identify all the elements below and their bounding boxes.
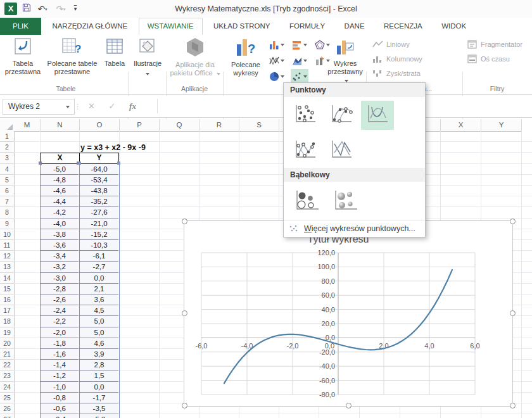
sparkline-winloss-button[interactable]: Zysk/strata: [372, 66, 421, 80]
column-header-X[interactable]: X: [441, 119, 481, 132]
cell-y-10[interactable]: -15,2: [80, 229, 118, 240]
cell-y-19[interactable]: 5,0: [80, 327, 118, 338]
cell-y-26[interactable]: -3,5: [80, 403, 118, 414]
row-header-4[interactable]: 4: [0, 164, 15, 175]
cell-x-16[interactable]: -2,6: [41, 294, 79, 305]
cell-y-25[interactable]: -1,7: [80, 393, 118, 403]
chart-selection-handle[interactable]: [182, 218, 187, 224]
tab-dane[interactable]: DANE: [336, 18, 373, 35]
cell-y-12[interactable]: -6,1: [80, 251, 118, 262]
insert-function-icon[interactable]: fx: [129, 101, 136, 111]
tab-widok[interactable]: WIDOK: [433, 18, 474, 35]
cell-y-21[interactable]: 3,9: [80, 349, 118, 360]
cell-y-24[interactable]: 0,0: [80, 382, 118, 393]
cell-y-8[interactable]: -27,6: [80, 207, 118, 218]
cell-x-25[interactable]: -0,8: [41, 393, 79, 403]
cell-x-18[interactable]: -2,2: [41, 316, 79, 327]
cell-y-14[interactable]: 0,0: [80, 273, 118, 284]
cell-y-15[interactable]: 2,1: [80, 284, 118, 294]
cell-x-17[interactable]: -2,4: [41, 305, 79, 316]
name-box[interactable]: Wykres 2: [3, 99, 75, 115]
row-header-20[interactable]: 20: [0, 338, 15, 349]
column-header-P[interactable]: P: [120, 119, 160, 132]
cell-y-6[interactable]: -43,8: [80, 186, 118, 196]
cell-x-27[interactable]: -0,4: [41, 414, 79, 418]
column-chart-button[interactable]: [268, 37, 286, 53]
cell-y-16[interactable]: 3,6: [80, 294, 118, 305]
cell-y-4[interactable]: -64,0: [80, 164, 118, 175]
office-apps-button[interactable]: Aplikacje dla pakietu Office: [170, 37, 220, 77]
column-header-O[interactable]: O: [80, 119, 120, 132]
chart-selection-handle[interactable]: [182, 310, 187, 316]
row-header-3[interactable]: 3: [0, 153, 15, 163]
cell-x-4[interactable]: -5,0: [41, 164, 79, 175]
sparkline-line-button[interactable]: Liniowy: [372, 37, 410, 51]
cell-x-22[interactable]: -1,4: [41, 360, 79, 370]
row-header-2[interactable]: 2: [0, 142, 15, 153]
row-header-7[interactable]: 7: [0, 196, 15, 207]
tab-narzedzia-glowne[interactable]: NARZĘDZIA GŁÓWNE: [44, 18, 136, 35]
cell-x-21[interactable]: -1,6: [41, 349, 79, 360]
recommended-charts-button[interactable]: ? Polecane wykresy: [225, 37, 266, 77]
bar-chart-button[interactable]: [291, 37, 308, 53]
cell-x-11[interactable]: -3,6: [41, 240, 79, 251]
row-header-26[interactable]: 26: [0, 403, 15, 414]
column-header-N[interactable]: N: [41, 119, 80, 132]
column-header-S[interactable]: S: [239, 119, 279, 132]
row-header-18[interactable]: 18: [0, 316, 15, 327]
cell-y-5[interactable]: -53,4: [80, 175, 118, 186]
area-chart-button[interactable]: [291, 53, 308, 68]
bubble-flat-gallery-button[interactable]: [289, 186, 324, 217]
cell-y-9[interactable]: -21,0: [80, 218, 118, 229]
select-all-cell[interactable]: [0, 119, 15, 132]
row-header-6[interactable]: 6: [0, 186, 15, 196]
row-header-15[interactable]: 15: [0, 284, 15, 294]
recommended-pivot-button[interactable]: ? Polecane tabele przestawne: [43, 37, 101, 76]
column-header-Y[interactable]: Y: [481, 119, 522, 132]
cell-x-23[interactable]: -1,2: [41, 370, 79, 381]
timeline-button[interactable]: Oś czasu: [467, 52, 510, 66]
cell-x-7[interactable]: -4,4: [41, 196, 79, 207]
cell-y-27[interactable]: -5,3: [80, 414, 118, 418]
cell-x-5[interactable]: -4,8: [41, 175, 79, 186]
line-chart-button[interactable]: [268, 53, 286, 68]
row-header-21[interactable]: 21: [0, 349, 15, 360]
row-header-16[interactable]: 16: [0, 294, 15, 305]
cell-y-11[interactable]: -10,3: [80, 240, 118, 251]
row-header-19[interactable]: 19: [0, 327, 15, 338]
cell-y-20[interactable]: 4,6: [80, 338, 118, 349]
chart-selection-handle[interactable]: [182, 403, 187, 408]
chart-selection-handle[interactable]: [510, 310, 516, 316]
row-header-23[interactable]: 23: [0, 370, 15, 381]
row-header-24[interactable]: 24: [0, 382, 15, 393]
cell-x-6[interactable]: -4,6: [41, 186, 79, 196]
cancel-icon[interactable]: ✕: [88, 101, 95, 111]
x-column-header[interactable]: X: [41, 153, 80, 163]
cell-x-10[interactable]: -3,8: [41, 229, 79, 240]
table-button[interactable]: Tabela: [101, 37, 128, 68]
tab-uklad-strony[interactable]: UKŁAD STRONY: [205, 18, 278, 35]
scatter-smooth-markers-gallery-button[interactable]: [325, 101, 358, 130]
row-header-11[interactable]: 11: [0, 240, 15, 251]
enter-icon[interactable]: ✓: [109, 101, 116, 111]
slicer-button[interactable]: Fragmentator: [467, 37, 522, 51]
row-header-12[interactable]: 12: [0, 251, 15, 262]
scatter-lines-markers-gallery-button[interactable]: [289, 136, 322, 165]
row-header-10[interactable]: 10: [0, 229, 15, 240]
cell-x-8[interactable]: -4,2: [41, 207, 79, 218]
cell-y-22[interactable]: 2,8: [80, 360, 118, 370]
row-header-8[interactable]: 8: [0, 207, 15, 218]
cell-x-15[interactable]: -2,8: [41, 284, 79, 294]
tab-recenzja[interactable]: RECENZJA: [376, 18, 431, 35]
sparkline-column-button[interactable]: Kolumnowy: [372, 52, 422, 66]
column-header-M[interactable]: M: [14, 119, 41, 132]
scatter-lines-gallery-button[interactable]: [325, 136, 358, 165]
scatter-smooth-gallery-button[interactable]: [361, 101, 394, 130]
row-header-22[interactable]: 22: [0, 360, 15, 370]
scatter-markers-gallery-button[interactable]: [289, 101, 322, 130]
range-handle[interactable]: [117, 162, 120, 165]
row-header-9[interactable]: 9: [0, 218, 15, 229]
cell-x-13[interactable]: -3,2: [41, 262, 79, 272]
cell-y-18[interactable]: 5,0: [80, 316, 118, 327]
cell-y-13[interactable]: -2,7: [80, 262, 118, 272]
